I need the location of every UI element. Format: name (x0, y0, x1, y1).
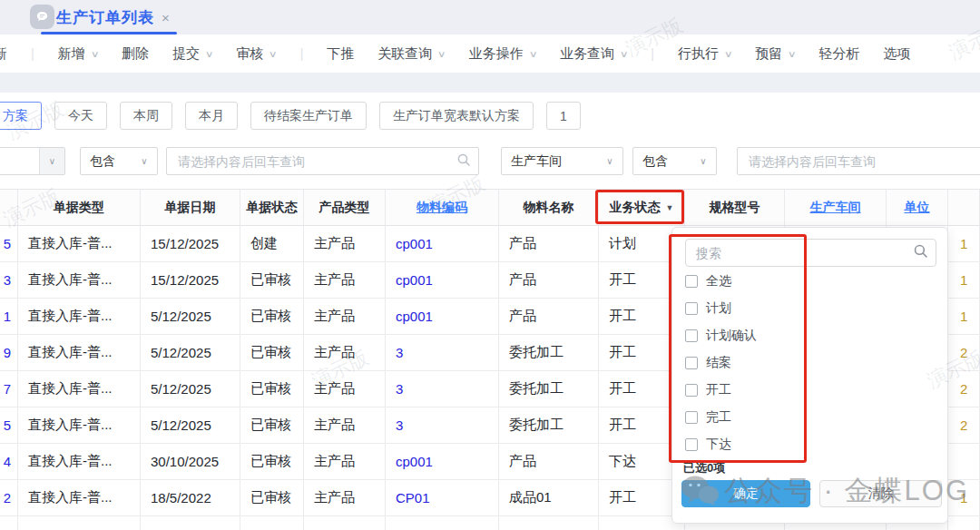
column-header-单据类型[interactable]: 单据类型 (18, 190, 141, 225)
filter-option-全选[interactable]: 全选 (685, 268, 935, 295)
scheme-chip-本月[interactable]: 本月 (185, 102, 238, 130)
panel-search-box[interactable] (685, 239, 936, 267)
search-icon[interactable] (913, 243, 928, 262)
filter-option-计划确认[interactable]: 计划确认 (685, 322, 935, 349)
chevron-down-icon: ∨ (597, 148, 622, 174)
cell-物料编码[interactable]: cp001 (386, 262, 499, 298)
toolbar-button-轻分析[interactable]: 轻分析 (819, 45, 860, 63)
cell-qty: 1 (948, 299, 980, 334)
tab-close-icon[interactable]: × (162, 10, 170, 25)
toolbar-button-审核[interactable]: 审核∨ (236, 45, 276, 63)
cell-单据编号[interactable]: 9 (0, 335, 18, 370)
toolbar-button-选项[interactable]: 选项 (884, 45, 911, 63)
column-header-物料编码[interactable]: 物料编码 (386, 190, 499, 225)
column-header-单位[interactable]: 单位 (887, 190, 948, 225)
scheme-chip-待结案生产订单[interactable]: 待结案生产订单 (250, 102, 367, 130)
filter-operator-select-1[interactable]: 包含 ∨ (80, 147, 158, 175)
cell-物料编码[interactable]: 3 (386, 335, 499, 370)
checkbox-unchecked-icon[interactable] (685, 384, 698, 397)
scheme-chip-今天[interactable]: 今天 (54, 102, 107, 130)
column-header-生产车间[interactable]: 生产车间 (785, 190, 887, 225)
toolbar-button-删除[interactable]: 删除 (122, 45, 149, 63)
filter-operator-select-2[interactable]: 包含 ∨ (632, 147, 717, 175)
cell-单据编号[interactable]: 5 (0, 407, 18, 443)
checkbox-unchecked-icon[interactable] (685, 411, 698, 424)
filter-option-计划[interactable]: 计划 (685, 295, 935, 322)
scheme-chip-1[interactable]: 1 (546, 102, 581, 130)
cell-物料名称: 产品 (499, 299, 599, 334)
cell-qty: 1 (948, 262, 980, 298)
cell-单据编号[interactable]: 2 (0, 480, 18, 515)
cell-物料编码[interactable]: cp001 (386, 226, 499, 261)
column-header-规格型号[interactable]: 规格型号 (685, 190, 785, 225)
scheme-chip-本周[interactable]: 本周 (120, 102, 172, 130)
column-header-单据日期[interactable]: 单据日期 (141, 190, 240, 225)
scheme-chip-生产订单宽表默认方案[interactable]: 生产订单宽表默认方案 (379, 102, 534, 130)
column-header-单据编号[interactable]: 单据编号 (0, 190, 18, 225)
checkbox-unchecked-icon[interactable] (685, 329, 698, 342)
cell-物料编码[interactable]: 3 (386, 407, 499, 443)
filter-op-2-value: 包含 (633, 153, 691, 170)
filter-op-1-value: 包含 (81, 153, 132, 170)
column-header-产品类型[interactable]: 产品类型 (304, 190, 386, 225)
cell-empty (948, 516, 980, 530)
filter-field-select-2[interactable]: 生产车间 ∨ (501, 147, 623, 175)
filter-option-结案[interactable]: 结案 (685, 349, 935, 377)
toolbar-button-预留[interactable]: 预留∨ (755, 45, 795, 63)
toolbar-button-下推[interactable]: 下推 (327, 45, 354, 63)
tab-production-order-list[interactable]: 生产订单列表 × (41, 0, 177, 34)
filter-search-input-2[interactable] (737, 147, 980, 175)
filter-option-label: 开工 (706, 382, 731, 398)
search-input[interactable] (747, 153, 978, 170)
filter-search-input-1[interactable] (166, 147, 479, 175)
toolbar-button-关联查询[interactable]: 关联查询∨ (377, 45, 445, 63)
selected-count: 已选0项 (683, 460, 725, 476)
filter-option-完工[interactable]: 完工 (685, 404, 935, 431)
column-filter-icon[interactable]: ▼ (666, 203, 674, 212)
chevron-down-icon: ∨ (205, 49, 214, 59)
cell-单据编号[interactable]: 4 (0, 444, 18, 479)
checkbox-unchecked-icon[interactable] (685, 438, 698, 451)
scheme-chip-方案[interactable]: 方案 (0, 102, 42, 130)
cell-单据编号[interactable]: 3 (0, 262, 18, 298)
filter-option-下达[interactable]: 下达 (685, 431, 935, 458)
column-header-label: 物料编码 (416, 200, 467, 216)
column-header-物料名称[interactable]: 物料名称 (499, 190, 599, 225)
checkbox-unchecked-icon[interactable] (685, 357, 698, 369)
toolbar-button-提交[interactable]: 提交∨ (172, 45, 212, 63)
toolbar-button-新增[interactable]: 新增∨ (58, 45, 98, 63)
confirm-button[interactable]: 确定 (681, 480, 810, 507)
cell-产品类型: 主产品 (304, 335, 386, 370)
cell-物料编码[interactable]: 3 (386, 371, 499, 407)
cell-产品类型: 主产品 (304, 480, 386, 515)
cell-empty (141, 516, 240, 530)
search-input[interactable] (176, 153, 451, 170)
toolbar-button-行执行[interactable]: 行执行∨ (678, 45, 731, 63)
cell-产品类型: 主产品 (304, 444, 386, 479)
checkbox-unchecked-icon[interactable] (685, 302, 698, 315)
toolbar-button-label: 提交 (172, 45, 200, 63)
toolbar-button-业务操作[interactable]: 业务操作∨ (469, 45, 536, 63)
cell-单据编号[interactable]: 5 (0, 226, 18, 261)
chevron-down-icon: ∨ (788, 49, 797, 59)
cell-物料编码[interactable]: cp001 (386, 299, 499, 334)
column-header-业务状态[interactable]: 业务状态▼ (599, 190, 685, 225)
search-icon[interactable] (456, 152, 471, 171)
cell-单据日期: 15/12/2025 (141, 226, 240, 261)
column-header-单据状态[interactable]: 单据状态 (240, 190, 304, 225)
cell-物料编码[interactable]: CP01 (386, 480, 499, 515)
filter-field-select-1[interactable]: 物料编码 ∨ (0, 147, 65, 175)
cell-单据编号[interactable]: 7 (0, 371, 18, 407)
chevron-down-icon: ∨ (691, 148, 716, 174)
toolbar-button-刷新[interactable]: 刷新 (0, 45, 7, 63)
cell-empty (240, 516, 304, 530)
filter-option-开工[interactable]: 开工 (685, 377, 935, 404)
panel-search-input[interactable] (694, 245, 913, 261)
checkbox-unchecked-icon[interactable] (685, 275, 698, 288)
cell-单据编号[interactable]: 1 (0, 299, 18, 334)
toolbar-button-业务查询[interactable]: 业务查询∨ (560, 45, 627, 63)
cell-物料编码[interactable]: cp001 (386, 444, 499, 479)
clear-button[interactable]: 清除 (819, 480, 942, 507)
column-header-extra[interactable] (948, 190, 980, 225)
toolbar-button-label: 行执行 (678, 45, 719, 63)
